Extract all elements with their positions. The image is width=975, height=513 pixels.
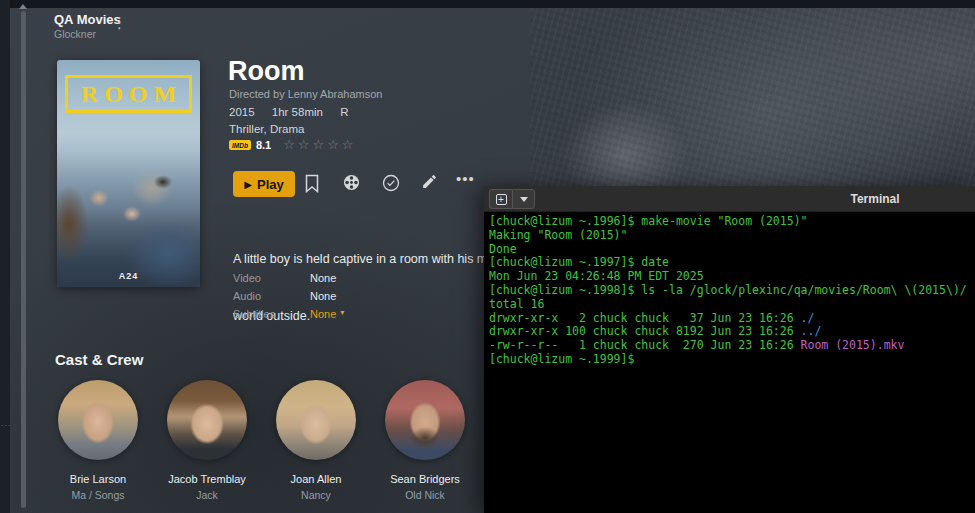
cast-crew-heading: Cast & Crew xyxy=(55,351,143,368)
audio-stream-value: None xyxy=(310,290,336,308)
star-icon[interactable]: ☆ xyxy=(342,137,357,152)
library-title: QA Movies xyxy=(54,12,121,27)
terminal-window[interactable]: + Terminal [chuck@lizum ~.1996]$ make-mo… xyxy=(484,186,975,513)
terminal-title: Terminal xyxy=(850,192,899,206)
movie-genres: Thriller, Drama xyxy=(229,123,304,135)
imdb-badge: IMDb xyxy=(229,140,251,150)
play-button-label: Play xyxy=(257,177,284,192)
cast-name: Brie Larson xyxy=(53,473,143,485)
content-rating: R xyxy=(340,106,348,118)
window-left-edge xyxy=(0,0,10,513)
stream-info: Video None Audio None Subtitles None ▾ xyxy=(233,272,344,326)
video-stream-label: Video xyxy=(233,272,310,290)
audio-stream-label: Audio xyxy=(233,290,310,308)
movie-year: 2015 xyxy=(229,106,255,118)
mark-played-icon[interactable] xyxy=(382,174,400,196)
terminal-line: [chuck@lizum ~.1999]$ xyxy=(489,353,975,367)
user-rating-stars[interactable]: ☆☆☆☆☆ xyxy=(283,137,356,152)
subtitles-stream-label: Subtitles xyxy=(233,308,310,326)
cast-role: Jack xyxy=(162,489,252,501)
more-actions-icon[interactable]: ••• xyxy=(456,170,475,187)
cast-role: Nancy xyxy=(271,489,361,501)
edit-pencil-icon[interactable] xyxy=(421,173,438,194)
star-icon[interactable]: ☆ xyxy=(298,137,313,152)
terminal-line: [chuck@lizum ~.1996]$ make-movie "Room (… xyxy=(489,215,975,229)
poster-studio-logo: A24 xyxy=(57,271,200,281)
film-reel-icon[interactable] xyxy=(342,173,361,196)
avatar[interactable] xyxy=(58,380,138,460)
terminal-line: Mon Jun 23 04:26:48 PM EDT 2025 xyxy=(489,270,975,284)
new-tab-button[interactable]: + xyxy=(489,189,512,209)
avatar[interactable] xyxy=(167,380,247,460)
cast-name: Joan Allen xyxy=(271,473,361,485)
new-tab-dropdown-button[interactable] xyxy=(512,189,535,209)
star-icon[interactable]: ☆ xyxy=(313,137,328,152)
cast-name: Jacob Tremblay xyxy=(162,473,252,485)
watchlist-bookmark-icon[interactable] xyxy=(304,174,320,197)
video-stream-value: None xyxy=(310,272,336,290)
play-button[interactable]: ▶ Play xyxy=(233,171,295,197)
star-icon[interactable]: ☆ xyxy=(283,137,298,152)
cast-role: Ma / Songs xyxy=(53,489,143,501)
rating-row: IMDb 8.1 ☆☆☆☆☆ xyxy=(229,137,356,152)
avatar[interactable] xyxy=(276,380,356,460)
cast-card-sean-bridgers[interactable]: Sean Bridgers Old Nick xyxy=(380,380,470,501)
server-name: Glockner xyxy=(54,28,96,40)
chevron-down-icon xyxy=(520,197,528,202)
terminal-line: drwxr-xr-x 100 chuck chuck 8192 Jun 23 1… xyxy=(489,325,975,339)
background-ellipsis: ... xyxy=(1,418,12,428)
terminal-line: Done xyxy=(489,243,975,257)
movie-poster[interactable]: ROOM A24 xyxy=(57,60,200,287)
director-line: Directed by Lenny Abrahamson xyxy=(229,88,382,100)
cast-role: Old Nick xyxy=(380,489,470,501)
window-top-edge xyxy=(0,0,975,8)
imdb-score: 8.1 xyxy=(256,139,271,151)
terminal-tab-buttons: + xyxy=(489,189,535,209)
movie-duration: 1hr 58min xyxy=(272,106,323,118)
vertical-scrollbar[interactable] xyxy=(21,11,26,508)
star-icon[interactable]: ☆ xyxy=(327,137,342,152)
cast-card-brie-larson[interactable]: Brie Larson Ma / Songs xyxy=(53,380,143,501)
poster-photo xyxy=(57,152,200,287)
terminal-line: Making "Room (2015)" xyxy=(489,229,975,243)
terminal-line: -rw-r--r-- 1 chuck chuck 270 Jun 23 16:2… xyxy=(489,339,975,353)
terminal-header[interactable]: + Terminal xyxy=(484,186,975,212)
scrollbar-up-arrow[interactable] xyxy=(19,4,27,9)
poster-title-text: ROOM xyxy=(65,75,192,113)
play-icon: ▶ xyxy=(244,179,252,190)
video-stream-row: Video None xyxy=(233,272,344,290)
kebab-menu-icon[interactable]: ⋮ xyxy=(112,14,127,32)
movie-meta: 2015 1hr 58min R xyxy=(229,106,362,118)
chevron-down-icon: ▾ xyxy=(340,308,344,326)
subtitles-stream-value[interactable]: None xyxy=(310,308,336,326)
cast-row: Brie Larson Ma / Songs Jacob Tremblay Ja… xyxy=(53,380,470,501)
movie-title: Room xyxy=(228,56,305,87)
terminal-line: [chuck@lizum ~.1998]$ ls -la /glock/plex… xyxy=(489,284,975,298)
plus-icon: + xyxy=(496,194,507,205)
avatar[interactable] xyxy=(385,380,465,460)
terminal-output[interactable]: [chuck@lizum ~.1996]$ make-movie "Room (… xyxy=(484,212,975,513)
terminal-line: [chuck@lizum ~.1997]$ date xyxy=(489,256,975,270)
cast-card-joan-allen[interactable]: Joan Allen Nancy xyxy=(271,380,361,501)
cast-card-jacob-tremblay[interactable]: Jacob Tremblay Jack xyxy=(162,380,252,501)
subtitles-stream-row[interactable]: Subtitles None ▾ xyxy=(233,308,344,326)
cast-name: Sean Bridgers xyxy=(380,473,470,485)
audio-stream-row: Audio None xyxy=(233,290,344,308)
terminal-line: drwxr-xr-x 2 chuck chuck 37 Jun 23 16:26… xyxy=(489,312,975,326)
terminal-line: total 16 xyxy=(489,298,975,312)
